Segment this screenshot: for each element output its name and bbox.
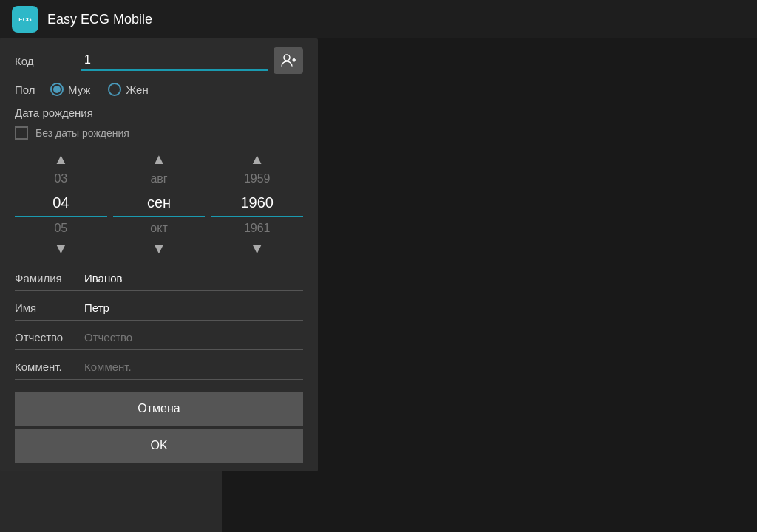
gender-row: Пол Муж Жен xyxy=(15,83,303,96)
surname-row: Фамилия xyxy=(15,269,303,291)
month-prev-value: авг xyxy=(113,168,206,190)
gender-male-label: Муж xyxy=(68,83,90,96)
month-column: ▲ авг сен окт ▼ xyxy=(113,150,206,257)
patronymic-row: Отчество xyxy=(15,328,303,350)
code-input[interactable] xyxy=(81,50,268,71)
svg-point-0 xyxy=(284,55,290,61)
code-row: Код xyxy=(15,47,303,74)
dialog-buttons: Отмена OK xyxy=(15,392,303,463)
no-birthdate-row: Без даты рождения xyxy=(15,126,303,140)
add-user-icon xyxy=(280,52,296,69)
patient-dialog: Код Пол xyxy=(0,38,318,471)
year-prev-value: 1959 xyxy=(211,168,303,190)
date-picker: ▲ 03 04 05 ▼ ▲ авг сен окт ▼ xyxy=(15,150,303,257)
comment-row: Коммент. xyxy=(15,358,303,380)
comment-input[interactable] xyxy=(81,358,303,376)
day-prev-value: 03 xyxy=(15,168,107,190)
patronymic-input[interactable] xyxy=(81,328,303,347)
name-input[interactable] xyxy=(81,299,303,317)
add-user-button[interactable] xyxy=(274,47,303,74)
main-layout: Запись ЭКГ Запись ЭКГ Экран Экран Переда… xyxy=(0,38,757,532)
dialog-body: Код Пол xyxy=(0,38,318,471)
app-icon: ECG xyxy=(12,6,38,33)
no-birthdate-label: Без даты рождения xyxy=(35,127,129,139)
gender-male-option[interactable]: Муж xyxy=(50,83,90,96)
gender-male-radio[interactable] xyxy=(50,83,64,96)
surname-input[interactable] xyxy=(81,269,303,287)
year-down-button[interactable]: ▼ xyxy=(244,239,271,257)
birthdate-section-title: Дата рождения xyxy=(15,106,303,119)
name-row: Имя xyxy=(15,299,303,321)
day-up-button[interactable]: ▲ xyxy=(47,150,74,168)
day-down-button[interactable]: ▼ xyxy=(47,239,74,257)
day-current-value: 04 xyxy=(15,190,107,217)
year-column: ▲ 1959 1960 1961 ▼ xyxy=(211,150,303,257)
ok-button[interactable]: OK xyxy=(15,429,303,463)
gender-label: Пол xyxy=(15,83,44,96)
year-next-value: 1961 xyxy=(211,217,303,239)
cancel-button[interactable]: Отмена xyxy=(15,392,303,426)
top-bar: ECG Easy ECG Mobile xyxy=(0,0,757,38)
month-down-button[interactable]: ▼ xyxy=(146,239,172,257)
month-current-value: сен xyxy=(113,190,206,217)
day-column: ▲ 03 04 05 ▼ xyxy=(15,150,107,257)
comment-label: Коммент. xyxy=(15,361,81,373)
month-next-value: окт xyxy=(113,217,206,239)
year-current-value: 1960 xyxy=(211,190,303,217)
app-title: Easy ECG Mobile xyxy=(47,12,152,27)
gender-female-option[interactable]: Жен xyxy=(108,83,148,96)
content-area: Код Пол xyxy=(222,38,757,532)
no-birthdate-checkbox[interactable] xyxy=(15,126,28,140)
name-label: Имя xyxy=(15,301,81,314)
gender-female-label: Жен xyxy=(126,83,148,96)
year-up-button[interactable]: ▲ xyxy=(244,150,271,168)
code-label: Код xyxy=(15,55,81,67)
patronymic-label: Отчество xyxy=(15,331,81,344)
day-next-value: 05 xyxy=(15,217,107,239)
month-up-button[interactable]: ▲ xyxy=(146,150,172,168)
surname-label: Фамилия xyxy=(15,272,81,284)
gender-female-radio[interactable] xyxy=(108,83,121,96)
